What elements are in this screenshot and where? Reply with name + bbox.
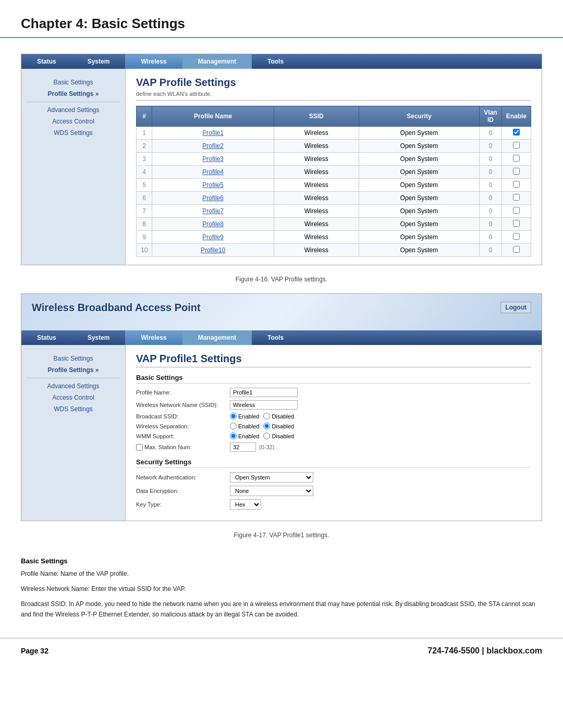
col-ssid: SSID (274, 106, 359, 127)
enable-checkbox-10[interactable] (513, 246, 520, 253)
body-text-section: Basic Settings Profile Name: Name of the… (0, 549, 563, 633)
ssid-input[interactable] (230, 400, 298, 410)
row-enable-4[interactable] (501, 166, 531, 179)
basic-settings-section-title: Basic Settings (136, 374, 531, 384)
row-ssid-4: Wireless (274, 166, 359, 179)
enable-checkbox-1[interactable] (513, 129, 520, 135)
nav-tools-1[interactable]: Tools (252, 54, 299, 69)
nav-management-2[interactable]: Management (182, 330, 252, 345)
row-enable-9[interactable] (501, 231, 531, 244)
enable-checkbox-4[interactable] (513, 168, 520, 175)
row-enable-3[interactable] (501, 153, 531, 166)
vap-profile-settings-window: Status System Wireless Management Tools … (21, 54, 542, 265)
row-security-9: Open System (359, 231, 480, 244)
sidebar-item-advanced-settings-2[interactable]: Advanced Settings (27, 380, 120, 392)
sidebar-item-wds-settings-1[interactable]: WDS Settings (27, 127, 120, 139)
wmm-disabled-radio[interactable] (263, 433, 270, 439)
key-type-row: Key Type: Hex (136, 499, 531, 510)
col-vlan: Vlan ID (480, 106, 501, 127)
wireless-sep-disabled-label[interactable]: Disabled (263, 423, 294, 429)
sidebar-item-profile-settings-2[interactable]: Profile Settings » (27, 364, 120, 376)
logout-button[interactable]: Logout (500, 302, 531, 313)
row-profile-name-1[interactable]: Profile1 (152, 127, 274, 140)
row-ssid-3: Wireless (274, 153, 359, 166)
row-enable-8[interactable] (501, 218, 531, 231)
enable-checkbox-5[interactable] (513, 181, 520, 188)
nav-tools-2[interactable]: Tools (252, 330, 299, 345)
row-profile-name-3[interactable]: Profile3 (152, 153, 274, 166)
row-enable-1[interactable] (501, 127, 531, 140)
ap-header-text: Wireless Broadband Access Point (32, 302, 201, 314)
wmm-enabled-label[interactable]: Enabled (230, 433, 259, 439)
row-profile-name-7[interactable]: Profile7 (152, 205, 274, 218)
wmm-disabled-label[interactable]: Disabled (263, 433, 294, 439)
row-profile-name-2[interactable]: Profile2 (152, 140, 274, 153)
enable-checkbox-2[interactable] (513, 142, 520, 149)
nav-status-1[interactable]: Status (21, 54, 72, 69)
sidebar-item-basic-settings-1[interactable]: Basic Settings (27, 77, 120, 88)
key-type-select[interactable]: Hex (230, 499, 261, 510)
row-enable-7[interactable] (501, 205, 531, 218)
row-enable-2[interactable] (501, 140, 531, 153)
max-station-label-left: Max. Station Num: (136, 444, 230, 451)
row-enable-6[interactable] (501, 192, 531, 205)
table-row: 8 Profile8 Wireless Open System 0 (137, 218, 531, 231)
sidebar-item-profile-settings-1[interactable]: Profile Settings » (27, 88, 120, 100)
table-row: 2 Profile2 Wireless Open System 0 (137, 140, 531, 153)
network-auth-select[interactable]: Open System (230, 472, 313, 483)
nav-system-2[interactable]: System (72, 330, 126, 345)
wmm-enabled-radio[interactable] (230, 433, 237, 439)
table-row: 6 Profile6 Wireless Open System 0 (137, 192, 531, 205)
broadcast-enabled-label[interactable]: Enabled (230, 413, 259, 419)
broadcast-enabled-radio[interactable] (230, 413, 237, 419)
nav-wireless-1[interactable]: Wireless (125, 54, 182, 69)
max-station-checkbox-label[interactable]: Max. Station Num: (136, 444, 230, 451)
enable-checkbox-7[interactable] (513, 207, 520, 214)
row-vlan-7: 0 (480, 205, 501, 218)
chapter-title: Chapter 4: Basic Settings (0, 0, 563, 38)
wireless-sep-disabled-radio[interactable] (263, 423, 270, 429)
broadcast-disabled-radio[interactable] (263, 413, 270, 419)
broadcast-ssid-label: Broadcast SSID: (136, 413, 230, 419)
wireless-sep-enabled-radio[interactable] (230, 423, 237, 429)
data-enc-select[interactable]: None (230, 486, 313, 496)
security-settings-section-title: Security Settings (136, 458, 531, 468)
row-profile-name-6[interactable]: Profile6 (152, 192, 274, 205)
max-station-checkbox[interactable] (136, 444, 143, 451)
sidebar-item-wds-settings-2[interactable]: WDS Settings (27, 403, 120, 415)
row-enable-10[interactable] (501, 244, 531, 257)
body-heading: Basic Settings (21, 557, 542, 565)
enable-checkbox-3[interactable] (513, 155, 520, 162)
sidebar-item-advanced-settings-1[interactable]: Advanced Settings (27, 104, 120, 116)
nav-status-2[interactable]: Status (21, 330, 72, 345)
row-profile-name-4[interactable]: Profile4 (152, 166, 274, 179)
row-profile-name-5[interactable]: Profile5 (152, 179, 274, 192)
data-enc-label: Data Encryption: (136, 488, 230, 494)
enable-checkbox-6[interactable] (513, 194, 520, 201)
row-profile-name-9[interactable]: Profile9 (152, 231, 274, 244)
body-paragraph-broadcast: Broadcast SSID: In AP mode, you need to … (21, 599, 542, 619)
network-auth-row: Network Authentication: Open System (136, 472, 531, 483)
sidebar-item-basic-settings-2[interactable]: Basic Settings (27, 353, 120, 364)
row-ssid-10: Wireless (274, 244, 359, 257)
nav-management-1[interactable]: Management (182, 54, 252, 69)
row-ssid-6: Wireless (274, 192, 359, 205)
sidebar-item-access-control-2[interactable]: Access Control (27, 392, 120, 403)
nav-wireless-2[interactable]: Wireless (125, 330, 182, 345)
sidebar-item-access-control-1[interactable]: Access Control (27, 116, 120, 127)
nav-system-1[interactable]: System (72, 54, 126, 69)
max-station-input[interactable] (230, 442, 256, 452)
enable-checkbox-8[interactable] (513, 220, 520, 227)
broadcast-disabled-label[interactable]: Disabled (263, 413, 294, 419)
max-station-value-row: (0-32) (230, 442, 274, 452)
wireless-sep-enabled-label[interactable]: Enabled (230, 423, 259, 429)
row-profile-name-10[interactable]: Profile10 (152, 244, 274, 257)
enable-checkbox-9[interactable] (513, 233, 520, 240)
row-enable-5[interactable] (501, 179, 531, 192)
row-security-7: Open System (359, 205, 480, 218)
row-num-1: 1 (137, 127, 152, 140)
profile-name-input[interactable] (230, 388, 298, 397)
ssid-label: Wireless Network Name (SSID): (136, 402, 230, 408)
row-profile-name-8[interactable]: Profile8 (152, 218, 274, 231)
max-station-row: Max. Station Num: (0-32) (136, 442, 531, 452)
